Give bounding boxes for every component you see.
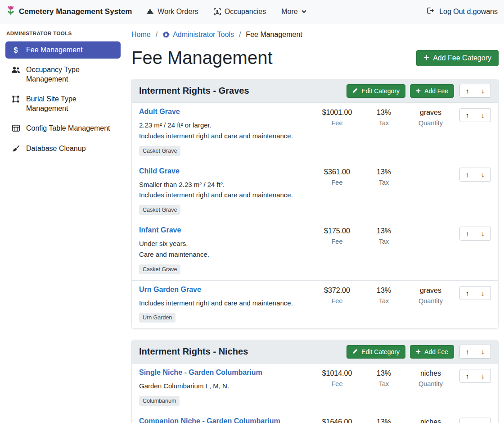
add-fee-category-button[interactable]: Add Fee Category [416,50,499,66]
category-header: Interment Rights - Graves Edit Category … [132,79,498,102]
logout-label: Log Out d.gowans [439,8,498,16]
users-icon [11,66,21,73]
fee-quantity-cell: niches Quantity [407,368,454,387]
main-nav: Work Orders Occupancies More [146,8,306,16]
fee-row: Urn Garden Grave Includes interment righ… [132,280,498,329]
page-title: Fee Management [131,48,273,68]
move-fee-down-button[interactable]: ↓ [475,286,491,300]
fee-type-badge: Columbarium [139,396,180,406]
fee-quantity-cell: niches Quantity [407,417,454,423]
fee-tax: 13% [360,168,407,176]
fee-row: Single Niche - Garden Columbarium Garden… [132,363,498,412]
nav-more-label: More [281,8,297,16]
move-fee-down-button[interactable]: ↓ [475,369,491,383]
move-category-up-button[interactable]: ↑ [459,84,475,98]
fee-quantity-cell [407,167,454,168]
fee-tax-cell: 13% Tax [360,286,407,305]
person-frame-icon [214,8,221,15]
fee-amount-cell: $1001.00 Fee [314,108,360,127]
move-fee-up-button[interactable]: ↑ [459,108,475,122]
sidebar-item-occupancy-type-management[interactable]: Occupancy Type Management [5,61,121,88]
fee-tax: 13% [360,227,407,235]
fee-info: Infant Grave Under six years. Care and m… [139,226,314,274]
fee-description: Includes interment right and care and ma… [139,191,310,200]
fee-tax-cell: 13% Tax [360,417,407,423]
fee-quantity-cell: graves Quantity [407,108,454,127]
fee-row: Infant Grave Under six years. Care and m… [132,221,498,280]
move-category-up-button[interactable]: ↑ [459,345,475,359]
main-content: Home / Administrator Tools / Fee Managem… [126,23,504,423]
edit-category-button[interactable]: Edit Category [346,345,405,359]
sidebar-item-label: Fee Management [26,45,82,55]
move-fee-down-button[interactable]: ↓ [475,108,491,122]
breadcrumb: Home / Administrator Tools / Fee Managem… [131,30,499,43]
gear-icon [162,31,170,38]
fee-info: Single Niche - Garden Columbarium Garden… [139,368,314,406]
fee-row: Adult Grave 2.23 m² / 24 ft² or larger. … [132,102,498,162]
hard-hat-icon [146,9,154,15]
move-fee-up-button[interactable]: ↑ [459,168,475,182]
fee-name-link[interactable]: Infant Grave [139,226,181,234]
sidebar-item-config-table-management[interactable]: Config Table Management [5,120,121,137]
fee-type-badge: Casket Grave [139,205,180,215]
sidebar-item-label: Database Cleanup [26,144,86,153]
add-fee-button[interactable]: Add Fee [410,345,454,359]
fee-name-link[interactable]: Urn Garden Grave [139,286,201,294]
move-fee-down-button[interactable]: ↓ [475,227,491,241]
add-fee-label: Add Fee [424,87,448,95]
add-fee-category-label: Add Fee Category [433,54,491,62]
arrow-up-icon: ↑ [466,230,469,237]
move-fee-up-button[interactable]: ↑ [459,227,475,241]
plus-icon [416,348,421,355]
sidebar-item-burial-site-type-management[interactable]: Burial Site Type Management [5,91,121,117]
fee-tax: 13% [360,418,407,423]
category-card: Interment Rights - Graves Edit Category … [131,79,499,329]
app-title: Cemetery Management System [19,7,132,16]
nav-work-orders[interactable]: Work Orders [146,8,198,16]
nav-more[interactable]: More [281,8,306,16]
sidebar-title: ADMINISTRATOR TOOLS [6,31,121,36]
quantity-label: Quantity [407,297,454,305]
fee-label: Fee [314,380,360,387]
nav-occupancies[interactable]: Occupancies [214,8,266,16]
breadcrumb-admin-tools-link[interactable]: Administrator Tools [162,31,234,39]
tax-label: Tax [360,380,407,387]
arrow-up-icon: ↑ [466,171,469,178]
arrow-down-icon: ↓ [481,289,485,297]
arrow-up-icon: ↑ [466,348,469,355]
breadcrumb-home-link[interactable]: Home [131,31,151,39]
move-fee-down-button[interactable]: ↓ [475,418,491,423]
move-fee-up-button[interactable]: ↑ [459,369,475,383]
sidebar-item-label: Config Table Management [26,124,110,133]
fee-name-link[interactable]: Single Niche - Garden Columbarium [139,368,262,377]
vector-square-icon [11,96,21,103]
move-fee-up-button[interactable]: ↑ [459,286,475,300]
breadcrumb-separator: / [239,31,241,39]
fee-name-link[interactable]: Adult Grave [139,108,180,116]
top-navbar: Cemetery Management System Work Orders [0,0,504,23]
chevron-down-icon [302,10,306,14]
nav-occupancies-label: Occupancies [225,8,266,16]
plus-icon [423,54,429,62]
add-fee-button[interactable]: Add Fee [410,84,454,98]
move-fee-up-button[interactable]: ↑ [459,418,475,423]
move-category-down-button[interactable]: ↓ [475,345,491,359]
fee-name-link[interactable]: Child Grave [139,167,180,175]
sidebar-item-database-cleanup[interactable]: Database Cleanup [5,140,121,157]
broom-icon [11,145,21,153]
move-fee-down-button[interactable]: ↓ [475,168,491,182]
logout-button[interactable]: Log Out d.gowans [427,7,498,16]
table-icon [11,125,21,132]
app-brand[interactable]: Cemetery Management System [6,5,132,18]
fee-quantity-cell [407,226,454,227]
sidebar-item-label: Occupancy Type Management [26,65,115,84]
pencil-icon [352,87,358,95]
move-category-down-button[interactable]: ↓ [475,84,491,98]
edit-category-button[interactable]: Edit Category [346,84,405,98]
sidebar-item-fee-management[interactable]: $ Fee Management [5,41,121,59]
fee-tax-cell: 13% Tax [360,368,407,387]
fee-name-link[interactable]: Companion Niche - Garden Columbarium [139,417,280,423]
fee-amount-cell: $372.00 Fee [314,286,360,305]
fee-quantity-cell: graves Quantity [407,286,454,305]
dollar-icon: $ [11,46,21,54]
